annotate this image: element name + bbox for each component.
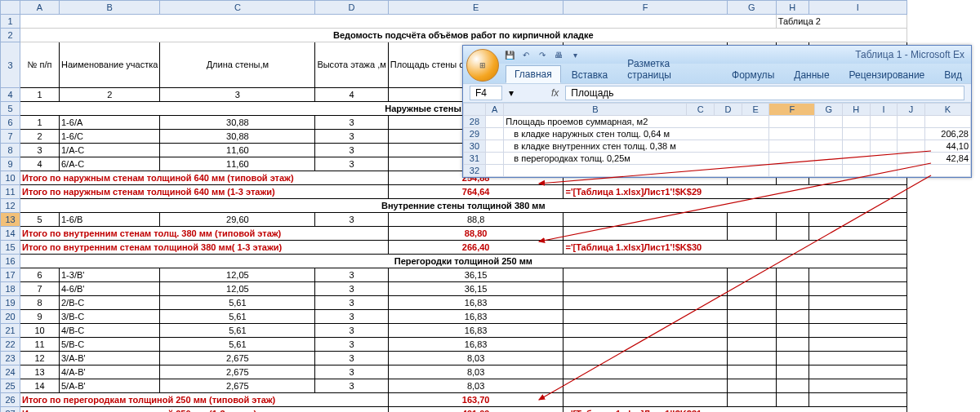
row-10[interactable]: 10 xyxy=(1,171,20,185)
cell[interactable]: 13 xyxy=(20,365,60,379)
cell[interactable]: 3 xyxy=(315,282,388,296)
row2-29[interactable]: 29 xyxy=(464,128,486,140)
cell[interactable]: 1 xyxy=(20,88,60,102)
save-icon[interactable]: 💾 xyxy=(504,49,515,60)
row-24[interactable]: 24 xyxy=(1,365,20,379)
qat-dropdown-icon[interactable]: ▾ xyxy=(569,49,581,60)
col2-I[interactable]: I xyxy=(870,104,898,116)
cell[interactable]: 8,03 xyxy=(388,365,564,379)
row-6[interactable]: 6 xyxy=(1,116,20,130)
cell[interactable] xyxy=(504,165,769,177)
col2-A[interactable]: A xyxy=(485,104,503,116)
cell[interactable] xyxy=(769,140,815,153)
cell[interactable]: 3 xyxy=(315,296,388,310)
cell[interactable]: 2,675 xyxy=(160,379,315,393)
cell[interactable]: 4/А-В' xyxy=(60,365,160,379)
row-19[interactable]: 19 xyxy=(1,296,20,310)
row-18[interactable]: 18 xyxy=(1,282,20,296)
cell[interactable]: в кладке внутренних стен толщ. 0,38 м xyxy=(504,140,769,153)
cell[interactable]: 8 xyxy=(20,296,60,310)
cell[interactable]: 3 xyxy=(160,88,315,102)
cell[interactable]: 36,15 xyxy=(388,282,564,296)
office-button[interactable]: ⊞ xyxy=(466,49,499,82)
cell[interactable]: 3 xyxy=(315,379,388,393)
cell[interactable]: 3 xyxy=(315,130,388,144)
cell[interactable]: 1-6/С xyxy=(60,130,160,144)
cell[interactable]: 3 xyxy=(315,144,388,157)
row-11[interactable]: 11 xyxy=(1,185,20,199)
row-12[interactable]: 12 xyxy=(1,199,20,213)
sum2a-val[interactable]: 88,80 xyxy=(388,227,564,241)
row-16[interactable]: 16 xyxy=(1,255,20,268)
sum3a-val[interactable]: 163,70 xyxy=(388,393,564,407)
cell[interactable]: 14 xyxy=(20,379,60,393)
undo-icon[interactable]: ↶ xyxy=(520,49,532,60)
cell[interactable]: 44,10 xyxy=(924,140,970,153)
window-table1[interactable]: ⊞ 💾 ↶ ↷ 🖶 ▾ Таблица 1 - Microsoft Ex Гла… xyxy=(462,45,972,178)
col2-C[interactable]: C xyxy=(687,104,715,116)
row-9[interactable]: 9 xyxy=(1,157,20,171)
row-22[interactable]: 22 xyxy=(1,338,20,352)
fx-icon[interactable]: fx xyxy=(551,87,559,99)
cell[interactable]: 11,60 xyxy=(160,157,315,171)
cell[interactable]: 3 xyxy=(315,157,388,171)
cell[interactable]: 5,61 xyxy=(160,310,315,324)
cell[interactable]: 3 xyxy=(315,116,388,130)
cell[interactable]: 5,61 xyxy=(160,296,315,310)
cell[interactable] xyxy=(769,153,815,165)
tab-home[interactable]: Главная xyxy=(506,65,561,83)
row-8[interactable]: 8 xyxy=(1,144,20,157)
sum3b-val[interactable]: 491,09 xyxy=(388,407,564,413)
row2-32[interactable]: 32 xyxy=(464,165,486,177)
cell[interactable]: 3 xyxy=(315,310,388,324)
cell[interactable]: 11 xyxy=(20,338,60,352)
cell[interactable]: 16,83 xyxy=(388,324,564,338)
col2-D[interactable]: D xyxy=(715,104,742,116)
cell[interactable]: 5,61 xyxy=(160,338,315,352)
col-D[interactable]: D xyxy=(315,1,388,15)
row-21[interactable]: 21 xyxy=(1,324,20,338)
col-A[interactable]: A xyxy=(20,1,60,15)
cell[interactable]: 3 xyxy=(315,365,388,379)
cell[interactable]: 8,03 xyxy=(388,379,564,393)
cell[interactable]: 3 xyxy=(315,213,388,227)
cell[interactable]: 3 xyxy=(315,338,388,352)
col2-G[interactable]: G xyxy=(815,104,843,116)
select-all[interactable] xyxy=(1,1,20,15)
cell[interactable]: 2,675 xyxy=(160,352,315,365)
sum1b-val[interactable]: 764,64 xyxy=(388,185,564,199)
redo-icon[interactable]: ↷ xyxy=(537,49,548,60)
cell[interactable] xyxy=(769,116,815,128)
cell[interactable] xyxy=(485,165,503,177)
cell[interactable]: 2,675 xyxy=(160,365,315,379)
cell[interactable]: 29,60 xyxy=(160,213,315,227)
cell[interactable]: 16,83 xyxy=(388,296,564,310)
row-26[interactable]: 26 xyxy=(1,393,20,407)
cell[interactable]: 30,88 xyxy=(160,130,315,144)
cell[interactable] xyxy=(485,153,503,165)
cell[interactable]: 3/В-С xyxy=(60,310,160,324)
sum2b-formula[interactable]: ='[Таблица 1.xlsx]Лист1'!$K$30 xyxy=(564,241,906,255)
row-25[interactable]: 25 xyxy=(1,379,20,393)
cell[interactable] xyxy=(485,128,503,140)
row-5[interactable]: 5 xyxy=(1,102,20,116)
col2-F[interactable]: F xyxy=(769,104,815,116)
cell[interactable]: 10 xyxy=(20,324,60,338)
tab-formulas[interactable]: Формулы xyxy=(723,66,783,83)
cell[interactable]: 16,83 xyxy=(388,310,564,324)
cell[interactable]: 5 xyxy=(20,213,60,227)
cell[interactable]: 5/А-В' xyxy=(60,379,160,393)
row-14[interactable]: 14 xyxy=(1,227,20,241)
row-23[interactable]: 23 xyxy=(1,352,20,365)
row-4[interactable]: 4 xyxy=(1,88,20,102)
col2-B[interactable]: B xyxy=(504,104,687,116)
col2-J[interactable]: J xyxy=(898,104,925,116)
row-7[interactable]: 7 xyxy=(1,130,20,144)
tab-pagelayout[interactable]: Разметка страницы xyxy=(618,55,721,83)
cell[interactable]: 3 xyxy=(20,144,60,157)
row-20[interactable]: 20 xyxy=(1,310,20,324)
cell[interactable]: 1/А-С xyxy=(60,144,160,157)
cell[interactable]: 30,88 xyxy=(160,116,315,130)
cell[interactable]: 2/В-С xyxy=(60,296,160,310)
cell[interactable]: 1-6/А xyxy=(60,116,160,130)
